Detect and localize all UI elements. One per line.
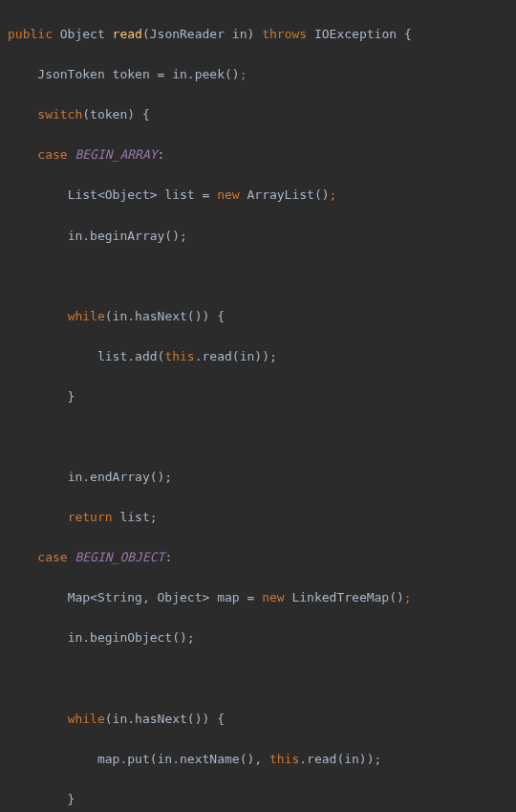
code-line: in.beginArray(); (8, 226, 516, 246)
code-line: Map<String, Object> map = new LinkedTree… (8, 587, 516, 607)
code-line: list.add(this.read(in)); (8, 346, 516, 366)
code-line: } (8, 789, 516, 809)
code-line: return list; (8, 507, 516, 527)
code-line: public Object read(JsonReader in) throws… (8, 24, 516, 44)
code-line: case BEGIN_OBJECT: (8, 547, 516, 567)
code-line: map.put(in.nextName(), this.read(in)); (8, 749, 516, 769)
code-line (8, 669, 516, 689)
code-line: case BEGIN_ARRAY: (8, 144, 516, 165)
code-line (8, 427, 516, 447)
code-line: in.endArray(); (8, 467, 516, 487)
code-line: while(in.hasNext()) { (8, 306, 516, 326)
code-line: switch(token) { (8, 104, 516, 124)
code-line (8, 266, 516, 286)
code-line: in.beginObject(); (8, 627, 516, 647)
code-line: JsonToken token = in.peek(); (8, 64, 516, 84)
code-line: List<Object> list = new ArrayList(); (8, 185, 516, 205)
code-line: } (8, 386, 516, 406)
code-line: while(in.hasNext()) { (8, 709, 516, 729)
code-editor[interactable]: public Object read(JsonReader in) throws… (0, 0, 516, 812)
